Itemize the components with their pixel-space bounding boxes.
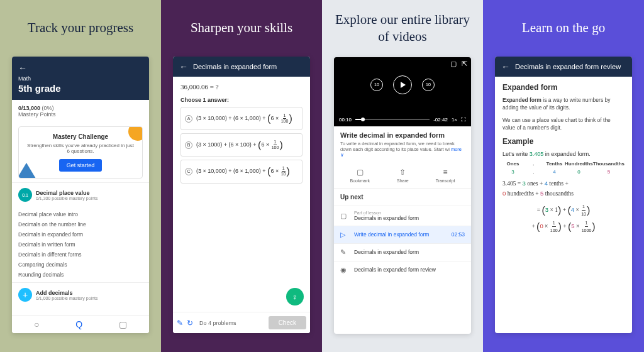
answer-option-a[interactable]: A (3 × 10,000) + (6 × 1,000) + (6 × 1100… (180, 107, 303, 130)
lesson-item[interactable]: ✎ Decimals in expanded form (334, 243, 471, 261)
get-started-button[interactable]: Get started (59, 159, 103, 172)
video-player[interactable]: ▢ ⇱ 10 10 00:10 -02:42 1× ⛶ (334, 57, 471, 126)
back-icon[interactable]: ← (501, 62, 510, 72)
forward-icon[interactable]: 10 (422, 79, 435, 91)
section-icon: 0.1 (18, 188, 32, 202)
article-heading: Expanded form (502, 83, 625, 92)
up-next-heading: Up next (334, 189, 471, 206)
back-icon[interactable]: ← (179, 62, 188, 72)
remaining-time: -02:42 (433, 117, 448, 123)
panel-learn-on-go: Learn on the go ← Decimals in expanded f… (483, 0, 644, 352)
progress-header: ← Math 5th grade (12, 57, 149, 100)
hint-button[interactable]: ♀ (286, 288, 304, 305)
nav-home-icon[interactable]: ○ (34, 319, 39, 329)
article-nav-title: Decimals in expanded form review (515, 63, 621, 70)
mastery-stats: 0/13,000 (0%) Mastery Points (12, 100, 149, 123)
phone-progress: ← Math 5th grade 0/13,000 (0%) Mastery P… (12, 57, 149, 333)
playback-speed[interactable]: 1× (452, 117, 457, 123)
exercise-icon: ✎ (340, 248, 349, 256)
bookmark-icon: ▢ (357, 168, 364, 177)
panel-heading: Learn on the go (522, 11, 605, 45)
answer-option-c[interactable]: C (3 × 10,000) + (6 × 1,000) + (6 × 110) (180, 160, 303, 183)
topic-item[interactable]: Decimals on the number line (18, 219, 143, 229)
radio-icon: C (185, 168, 192, 175)
plus-icon: + (18, 288, 32, 302)
fullscreen-icon[interactable]: ⛶ (461, 117, 466, 123)
pencil-icon[interactable]: ✎ (177, 319, 183, 327)
bookmark-icon[interactable]: ▢ (450, 60, 457, 68)
rewind-icon[interactable]: 10 (370, 79, 383, 91)
topic-item[interactable]: Decimal place value intro (18, 209, 143, 219)
panel-track-progress: Track your progress ← Math 5th grade 0/1… (0, 0, 161, 352)
panel-heading: Explore our entire library of videos (328, 11, 477, 46)
radio-icon: A (185, 115, 192, 123)
share-action[interactable]: ⇧Share (397, 168, 409, 183)
choose-label: Choose 1 answer: (180, 97, 303, 103)
topic-item[interactable]: Rounding decimals (18, 270, 143, 280)
example-text: Let's write 3.405 in expanded form. (502, 151, 625, 157)
topics-list: Decimal place value intro Decimals on th… (12, 207, 149, 282)
phone-article: ← Decimals in expanded form review Expan… (495, 57, 632, 333)
subject-label: Math (18, 75, 143, 82)
phone-quiz: ← Decimals in expanded form 36,000.06 = … (173, 57, 310, 333)
play-icon: ▷ (340, 231, 349, 239)
challenge-title: Mastery Challenge (25, 133, 136, 140)
quiz-footer: ✎ ↻ Do 4 problems Check (173, 312, 310, 333)
challenge-desc: Strengthen skills you've already practic… (25, 143, 136, 154)
panel-video-library: Explore our entire library of videos ▢ ⇱… (322, 0, 483, 352)
topic-item[interactable]: Decimals in different forms (18, 250, 143, 260)
transcript-action[interactable]: ≡Transcript (436, 168, 455, 183)
expanded-fractions: = (3 × 1) + (4 × 110) + (0 × 1100) + (5 … (502, 202, 625, 234)
article-navbar: ← Decimals in expanded form review (495, 57, 632, 77)
bookmark-action[interactable]: ▢Bookmark (350, 168, 370, 183)
bookmark-icon: ▢ (340, 212, 349, 220)
bottom-nav: ○ Q ▢ (12, 315, 149, 333)
quiz-title: Decimals in expanded form (193, 63, 277, 70)
panel-heading: Track your progress (28, 11, 133, 45)
expanded-equation: 3.405 = 3 ones + 4 tenths + 0 hundredths… (502, 179, 625, 199)
share-icon: ⇧ (399, 168, 406, 177)
radio-icon: B (185, 141, 192, 149)
do-problems-label: Do 4 problems (199, 320, 265, 326)
section-decimal-place-value[interactable]: 0.1 Decimal place value 0/1,300 possible… (12, 182, 149, 207)
check-button[interactable]: Check (269, 316, 306, 329)
play-icon[interactable] (393, 75, 412, 94)
back-icon[interactable]: ← (18, 63, 143, 73)
video-actions: ▢Bookmark ⇧Share ≡Transcript (334, 163, 471, 189)
video-description: Write decimal in expanded form To write … (334, 126, 471, 163)
answer-option-b[interactable]: B (3 × 1000) + (6 × 100) + (6 × 1100) (180, 133, 303, 157)
lesson-duration: 02:53 (452, 231, 465, 238)
lesson-item[interactable]: ▢ Part of lessonDecimals in expanded for… (334, 206, 471, 226)
article-paragraph: We can use a place value chart to think … (502, 117, 625, 132)
topic-item[interactable]: Decimals in written form (18, 239, 143, 250)
lesson-item-current[interactable]: ▷ Write decimal in expanded form 02:53 (334, 226, 471, 243)
example-heading: Example (502, 137, 625, 146)
redo-icon[interactable]: ↻ (187, 319, 193, 327)
topic-item[interactable]: Comparing decimals (18, 260, 143, 270)
mastery-challenge-card: Mastery Challenge Strengthen skills you'… (18, 126, 143, 179)
nav-search-icon[interactable]: Q (75, 319, 82, 329)
article-paragraph: Expanded form is a way to write numbers … (502, 97, 625, 112)
transcript-icon: ≡ (443, 168, 448, 177)
section-add-decimals[interactable]: + Add decimals 0/1,000 possible mastery … (12, 282, 149, 307)
phone-video: ▢ ⇱ 10 10 00:10 -02:42 1× ⛶ Write decima… (334, 57, 471, 334)
lesson-item[interactable]: ◉ Decimals in expanded form review (334, 261, 471, 278)
progress-bar[interactable] (355, 119, 430, 120)
panel-sharpen-skills: Sharpen your skills ← Decimals in expand… (161, 0, 322, 352)
video-title: Write decimal in expanded form (340, 131, 465, 139)
current-time: 00:10 (339, 117, 352, 123)
review-icon: ◉ (340, 266, 349, 274)
question-equation: 36,000.06 = ? (180, 83, 303, 91)
share-icon[interactable]: ⇱ (462, 60, 467, 68)
panel-heading: Sharpen your skills (191, 11, 292, 45)
topic-item[interactable]: Decimals in expanded form (18, 229, 143, 239)
grade-title: 5th grade (18, 83, 143, 94)
place-value-table: Ones3 .. Tenths4 Hundredths0 Thousandths… (502, 161, 625, 175)
triangle-decoration (18, 163, 38, 179)
nav-bookmark-icon[interactable]: ▢ (119, 319, 127, 329)
quiz-navbar: ← Decimals in expanded form (173, 57, 310, 77)
